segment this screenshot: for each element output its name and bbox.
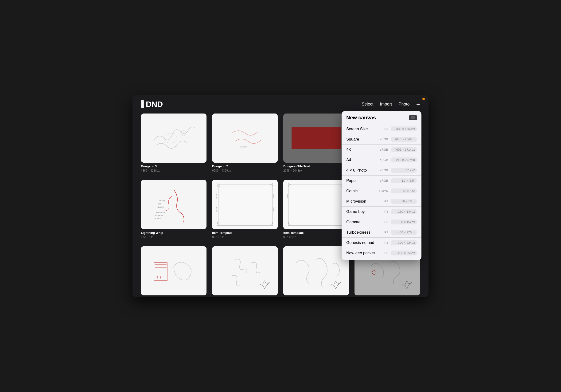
canvas-name: Dungeon Tile Trial (283, 164, 349, 168)
canvas-thumbnail (141, 246, 206, 295)
row-colorspace: P3 (380, 230, 388, 234)
row-colorspace: sRGB (380, 179, 388, 182)
row-name: Game boy (346, 209, 380, 214)
dropdown-row[interactable]: GamateP3160 × 152px (342, 217, 421, 227)
back-button[interactable]: ‹ (141, 100, 144, 108)
row-colorspace: P3 (380, 251, 388, 255)
import-button[interactable]: Import (380, 102, 392, 107)
select-button[interactable]: Select (362, 102, 374, 107)
canvas-item[interactable]: Dice Tower Ideas 11" × 8.5" (141, 246, 206, 297)
canvas-item[interactable]: Item Template 8.5" × 11" (212, 180, 278, 239)
row-size: 160 × 144px (391, 209, 417, 214)
row-colorspace: P3 (380, 210, 388, 213)
row-size: 2388 × 1668px (391, 126, 417, 131)
canvas-size-icon (409, 115, 417, 120)
canvas-name: Dungeon 3 (141, 164, 206, 168)
svg-text:the: the (158, 203, 161, 205)
svg-rect-0 (141, 113, 206, 163)
svg-rect-33 (283, 246, 349, 295)
canvas-thumbnail (283, 246, 349, 295)
svg-rect-6 (141, 180, 206, 229)
row-name: 4 × 6 Photo (346, 168, 380, 173)
row-name: Screen Size (346, 127, 380, 131)
row-name: Genesis nomad (346, 240, 380, 245)
dropdown-row[interactable]: 4 × 6 PhotosRGB6" × 4" (342, 165, 421, 175)
canvas-size: 6589 × 4369px (212, 169, 278, 172)
app-window: ‹ DND Select Import Photo + (132, 95, 429, 297)
row-colorspace: P3 (380, 241, 388, 244)
tile-rect (291, 127, 341, 149)
dropdown-row[interactable]: PapersRGB11" × 8.5" (342, 175, 421, 186)
canvas-size: 2048 × 2048px (283, 169, 349, 172)
row-name: 4K (346, 147, 380, 152)
row-size: 210 × 297mm (391, 157, 417, 162)
header-actions: Select Import Photo + (362, 101, 420, 108)
row-name: Gamate (346, 220, 380, 224)
row-size: 16 × 16px (391, 199, 417, 204)
svg-rect-13 (212, 180, 278, 229)
dropdown-title: New canvas (346, 115, 376, 121)
canvas-icon-inner (411, 116, 415, 120)
orange-dot (422, 98, 425, 100)
add-canvas-button[interactable]: + (416, 101, 420, 108)
dropdown-row[interactable]: MicrovisionP316 × 16px (342, 196, 421, 207)
canvas-thumbnail: sketch (212, 113, 278, 163)
svg-text:whip powers: whip powers (155, 211, 165, 213)
canvas-thumbnail (283, 113, 349, 163)
canvas-thumbnail (141, 113, 206, 163)
row-colorspace: CMYK (379, 189, 388, 193)
row-colorspace: sRGB (380, 148, 388, 151)
row-size: 320 × 224px (391, 240, 417, 245)
svg-rect-32 (212, 246, 278, 295)
dropdown-row[interactable]: SquaresRGB2048 × 2048px (342, 134, 421, 144)
dropdown-row[interactable]: TurboexpressP3400 × 270px (342, 227, 421, 238)
svg-text:writing: writing (159, 199, 165, 202)
canvas-thumbnail (212, 180, 278, 229)
canvas-item[interactable]: Map 3 11" × 8.5" (212, 246, 278, 297)
row-colorspace: sRGB (380, 158, 388, 162)
svg-text:sketch: sketch (240, 145, 248, 148)
row-name: Paper (346, 178, 380, 183)
dropdown-row[interactable]: Game boyP3160 × 144px (342, 207, 421, 217)
row-name: New geo pocket (346, 251, 380, 255)
canvas-name: Item Template (212, 231, 278, 235)
dropdown-row[interactable]: New geo pocketP3256 × 256px (342, 248, 421, 258)
canvas-item[interactable]: sketch Dungeon 2 6589 × 4369px (212, 113, 278, 172)
canvas-item[interactable]: Item Template 8.5" × 11" (283, 180, 349, 239)
canvas-size: 8.5" × 11" (141, 236, 206, 239)
row-name: A4 (346, 158, 380, 162)
canvas-thumbnail: writing the lightning whip powers will u… (141, 180, 206, 229)
row-size: 160 × 152px (391, 219, 417, 224)
canvas-thumbnail (283, 180, 349, 229)
canvas-item[interactable]: writing the lightning whip powers will u… (141, 180, 206, 239)
canvas-size: 8.5" × 11" (283, 236, 349, 239)
row-size: 4096 × 1714px (391, 147, 417, 152)
dropdown-row[interactable]: ComicCMYK6" × 9.5" (342, 186, 421, 196)
row-size: 6" × 4" (391, 168, 417, 173)
dropdown-row[interactable]: Wonder swanP3224 × 144px (342, 258, 421, 260)
photo-button[interactable]: Photo (399, 102, 410, 107)
back-title: ‹ DND (141, 100, 163, 109)
svg-text:the FINAL: the FINAL (154, 218, 162, 219)
dropdown-row[interactable]: Screen SizeP32388 × 1668px (342, 124, 421, 134)
row-colorspace: P3 (380, 220, 388, 224)
canvas-name: Lightning Whip (141, 231, 206, 235)
canvas-item[interactable]: Dungeon Tile Trial 2048 × 2048px (283, 113, 349, 172)
row-name: Comic (346, 189, 379, 193)
canvas-item[interactable]: Dungeon 3 4369 × 3218px (141, 113, 206, 172)
canvas-name: Dungeon 2 (212, 164, 278, 168)
row-size: 6" × 9.5" (391, 188, 417, 193)
row-colorspace: P3 (380, 199, 388, 203)
svg-rect-3 (212, 113, 278, 163)
dropdown-row[interactable]: Genesis nomadP3320 × 224px (342, 238, 421, 248)
dropdown-header: New canvas (342, 111, 421, 124)
dropdown-row[interactable]: 4KsRGB4096 × 1714px (342, 144, 421, 155)
canvas-size: 8.5" × 11" (212, 236, 278, 239)
row-size: 400 × 270px (391, 230, 417, 235)
svg-text:lightning: lightning (157, 206, 164, 208)
row-colorspace: sRGB (380, 168, 388, 172)
new-canvas-dropdown: New canvas Screen SizeP32388 × 1668pxSqu… (342, 111, 421, 260)
row-colorspace: sRGB (380, 138, 388, 141)
dropdown-row[interactable]: A4sRGB210 × 297mm (342, 155, 421, 165)
canvas-item[interactable]: Map 2 11" × 8.5" (283, 246, 349, 297)
